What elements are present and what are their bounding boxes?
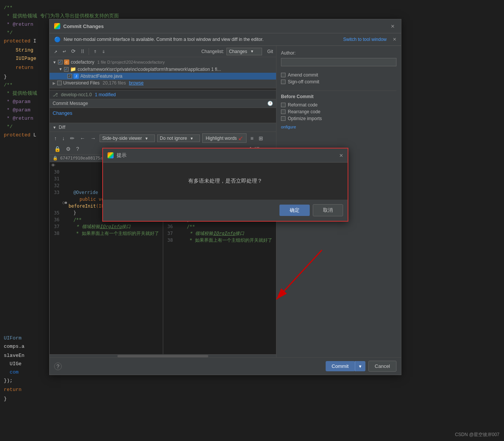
undo-button[interactable]: ↩ (61, 47, 67, 55)
commit-btn-group: Commit ▼ (326, 361, 365, 371)
collapse-arrow-icon: ▼ (53, 60, 56, 64)
author-input[interactable] (281, 58, 396, 66)
modified-count: 1 modified (95, 92, 115, 97)
alert-cancel-button[interactable]: 取消 (313, 204, 343, 216)
diff-collapse-arrow-icon[interactable]: ▼ (53, 125, 56, 130)
highlight-arrow-icon: ↙ (238, 134, 243, 142)
diff-edit-btn[interactable]: ✏ (69, 134, 76, 142)
alert-dialog: 提示 ✕ 有多语未处理，是否立即处理？ 确定 取消 (102, 148, 348, 222)
notification-close-button[interactable]: ✕ (393, 37, 396, 42)
changelist-dropdown[interactable]: Changes ▼ (226, 48, 262, 55)
toolbar-separator (89, 48, 89, 55)
reformat-checkbox[interactable] (281, 103, 286, 107)
optimize-checkbox[interactable] (281, 116, 286, 121)
commit-message-header: Commit Message 🕐 (50, 99, 276, 108)
highlight-words-button[interactable]: Highlight words ↙ (202, 133, 247, 143)
browse-link[interactable]: browse (129, 80, 144, 86)
unversioned-label: Unversioned Files (63, 80, 100, 86)
highlight-words-label: Highlight words (206, 136, 237, 141)
collapse-button[interactable]: ⇓ (100, 47, 106, 55)
lock-icon: 🔒 (53, 156, 58, 161)
file-checkbox[interactable] (67, 74, 72, 78)
commit-message-area: Commit Message 🕐 Changes (50, 99, 276, 123)
diff-prev-btn[interactable]: ← (78, 134, 87, 142)
tree-item-file[interactable]: J AbstractFeature.java (50, 73, 276, 80)
branch-name: develop-ncc1.0 (61, 92, 92, 97)
alert-message: 有多语未处理，是否立即处理？ (111, 178, 340, 185)
diff-grid-btn[interactable]: ⊞ (257, 134, 265, 142)
folder-icon: 📁 (70, 66, 76, 72)
dropdown-arrow-icon: ▼ (250, 49, 254, 53)
back-button[interactable]: ↗ (53, 47, 59, 55)
framework-path: codeframework\src\private\nc\codeplatfor… (78, 67, 221, 72)
framework-checkbox[interactable] (64, 67, 69, 72)
commit-message-value: Changes (53, 110, 72, 116)
diff-line: 37 * 领域校验IOrgInfo接口 (50, 223, 163, 230)
alert-footer: 确定 取消 (103, 200, 348, 221)
alert-titlebar: 提示 ✕ (103, 149, 348, 163)
diff-up-btn[interactable]: ↑ (53, 134, 58, 142)
before-commit-title: Before Commit (281, 94, 396, 99)
diff-list-btn[interactable]: ≡ (249, 134, 255, 142)
code-line: comps.a (0, 342, 53, 351)
tree-item-unversioned[interactable]: ▶ Unversioned Files 20,176 files browse (50, 80, 276, 86)
reformat-row: Reformat code (281, 102, 396, 108)
expand-button[interactable]: ⇑ (92, 47, 98, 55)
help-button[interactable]: ? (54, 363, 62, 370)
cancel-button[interactable]: Cancel (368, 361, 396, 372)
code-line: }); (0, 377, 53, 385)
notification-bar: 🔵 New non-modal commit interface is avai… (50, 33, 401, 46)
rearrange-row: Rearrange code (281, 109, 396, 114)
footer-right: Commit ▼ Cancel (326, 361, 396, 372)
alert-title: 提示 (117, 152, 126, 159)
diff-line: 38 * 如果界面上有一个主组织的开关就好了 (163, 237, 276, 244)
notification-text: New non-modal commit interface is availa… (64, 37, 264, 42)
diff-label: Diff (59, 125, 66, 130)
unversioned-checkbox[interactable] (57, 81, 62, 85)
alert-close-button[interactable]: ✕ (339, 152, 343, 159)
diff-lock-btn[interactable]: 🔒 (53, 145, 62, 153)
tree-item-framework[interactable]: ▼ 📁 codeframework\src\private\nc\codepla… (50, 66, 276, 73)
diff-scrollbar[interactable] (50, 354, 276, 357)
diff-settings-btn[interactable]: ⚙ (64, 145, 72, 153)
footer-left: ? (54, 363, 62, 370)
amend-checkbox[interactable] (281, 73, 286, 77)
diff-help-btn[interactable]: ? (75, 145, 81, 153)
before-commit-section: Before Commit Reformat code Rearrange co… (281, 91, 396, 130)
diff-viewer-dropdown[interactable]: Side-by-side viewer ▼ (100, 134, 155, 142)
dropdown-arrow-icon: ▼ (190, 136, 193, 141)
diff-ignore-dropdown[interactable]: Do not ignore ▼ (157, 134, 200, 142)
amend-row: Amend commit (281, 72, 396, 78)
red-arrow-annotation (265, 239, 341, 314)
diff-next-btn[interactable]: → (89, 134, 97, 142)
more-button[interactable]: ⁞⁞ (80, 47, 86, 55)
dialog-footer: ? Commit ▼ Cancel (50, 357, 401, 375)
commit-message-input[interactable]: Changes (50, 108, 276, 123)
signoff-checkbox[interactable] (281, 80, 286, 84)
dialog-close-button[interactable]: ✕ (389, 22, 396, 30)
switch-to-tool-window-button[interactable]: Switch to tool window (343, 37, 387, 42)
git-label: Git (267, 49, 273, 54)
code-line: UIGe (0, 360, 53, 368)
diff-line: 38 * 如果界面上有一个主组织的开关就好了 (50, 230, 163, 237)
commit-button[interactable]: Commit (326, 361, 355, 371)
commit-dropdown-button[interactable]: ▼ (355, 361, 365, 371)
reformat-label: Reformat code (288, 102, 318, 108)
refresh-button[interactable]: ⟳ (70, 47, 77, 55)
notification-left: 🔵 New non-modal commit interface is avai… (54, 36, 264, 42)
dialog-title: Commit Changes (63, 23, 104, 29)
project-name: codefactory (71, 59, 94, 65)
diff-down-btn[interactable]: ↓ (61, 134, 66, 142)
tree-item-project[interactable]: ▼ C codefactory 1 file D:\project\2024ne… (50, 59, 276, 66)
eye-icon: 👁 (51, 163, 55, 168)
rearrange-checkbox[interactable] (281, 109, 286, 114)
configure-link[interactable]: onfigure (281, 125, 296, 129)
project-checkbox[interactable] (58, 60, 62, 64)
dropdown-arrow-icon: ▼ (145, 136, 148, 141)
alert-title-left: 提示 (108, 152, 126, 159)
changelist-value: Changes (229, 49, 247, 54)
dialog-titlebar: Commit Changes ✕ (50, 19, 401, 33)
diff-line: 37 * 领域校验IOrgInfo接口 (163, 230, 276, 237)
alert-ok-button[interactable]: 确定 (279, 205, 310, 216)
scrollbar-thumb[interactable] (117, 355, 208, 357)
